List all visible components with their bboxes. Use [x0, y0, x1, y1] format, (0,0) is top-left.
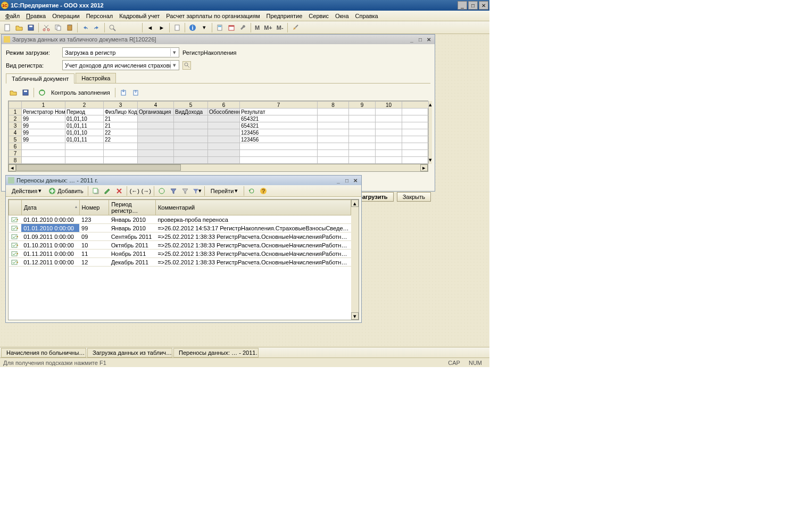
table-row[interactable]: 01.10.2011 0:00:0010Октябрь 2011=>25.02.…: [9, 241, 351, 250]
sheet-cell[interactable]: [138, 157, 174, 164]
sheet-cell[interactable]: [376, 136, 402, 143]
reload-icon[interactable]: [246, 186, 257, 196]
grid-column-header[interactable]: Дата▴: [21, 200, 79, 215]
scroll-left-icon[interactable]: ◂: [9, 164, 16, 171]
sheet-header-cell[interactable]: ОбособленноеПодразделение: [208, 109, 240, 115]
task-transfer[interactable]: Переносы данных: … - 2011…: [173, 348, 259, 358]
nav-fwd-icon[interactable]: ►: [156, 22, 167, 33]
tab-settings[interactable]: Настройка: [76, 73, 116, 83]
col-header[interactable]: 6: [208, 102, 240, 109]
close-button[interactable]: ✕: [479, 1, 488, 10]
sheet-cell[interactable]: 99: [22, 129, 65, 136]
open-icon[interactable]: [14, 22, 24, 33]
sheet-cell[interactable]: 123456: [240, 136, 318, 143]
m-minus-button[interactable]: M-: [275, 24, 285, 31]
sheet-header-cell[interactable]: Период: [65, 109, 104, 115]
sheet-cell[interactable]: [240, 143, 318, 150]
new-icon[interactable]: [2, 22, 13, 33]
col-header[interactable]: 8: [318, 102, 349, 109]
sheet-cell[interactable]: [65, 157, 104, 164]
sheet-header-cell[interactable]: Организация: [138, 109, 174, 115]
sheet-cell[interactable]: 01,01,10: [65, 129, 104, 136]
actions-button[interactable]: Действия▾: [8, 186, 45, 196]
sheet-cell[interactable]: [318, 129, 349, 136]
m-plus-button[interactable]: M+: [262, 24, 274, 31]
col-header[interactable]: 5: [174, 102, 208, 109]
dropdown-icon[interactable]: ▾: [199, 22, 210, 33]
loader-close-button[interactable]: ✕: [425, 36, 433, 43]
menu-enterprise[interactable]: Предприятие: [263, 12, 306, 20]
menu-windows[interactable]: Окна: [332, 12, 352, 20]
table-row[interactable]: 01.01.2010 0:00:00123Январь 2010проверка…: [9, 215, 351, 224]
sheet-cell[interactable]: 01,01,11: [65, 136, 104, 143]
close-loader-button[interactable]: Закрыть: [397, 192, 431, 202]
loader-titlebar[interactable]: Загрузка данных из табличного документа …: [2, 35, 435, 44]
sheet-cell[interactable]: [318, 150, 349, 157]
nav-back-icon[interactable]: ◄: [145, 22, 155, 33]
sheet-cell[interactable]: [349, 122, 376, 129]
lookup-icon[interactable]: [182, 61, 191, 70]
sheet-cell[interactable]: 21: [104, 122, 138, 129]
menu-personnel[interactable]: Персонал: [83, 12, 117, 20]
sheet-cell[interactable]: [208, 136, 240, 143]
col-header[interactable]: 10: [376, 102, 402, 109]
maximize-button[interactable]: □: [468, 1, 478, 10]
sheet-cell[interactable]: [318, 122, 349, 129]
sheet-cell[interactable]: [208, 115, 240, 122]
chevron-down-icon[interactable]: ▾: [170, 61, 178, 69]
menu-edit[interactable]: Правка: [23, 12, 49, 20]
sheet-header-cell[interactable]: [376, 109, 402, 115]
transfer-close-button[interactable]: ✕: [352, 177, 359, 184]
paste-icon[interactable]: [64, 22, 75, 33]
sheet-cell[interactable]: 654321: [240, 122, 318, 129]
clipboard-icon[interactable]: [172, 22, 182, 33]
sheet-cell[interactable]: [376, 129, 402, 136]
sheet-cell[interactable]: [349, 136, 376, 143]
sheet-cell[interactable]: [349, 157, 376, 164]
task-sickleave[interactable]: Начисления по больничны…: [1, 348, 86, 358]
col-header[interactable]: 4: [138, 102, 174, 109]
mode-link[interactable]: РегистрНакопления: [182, 49, 237, 56]
sheet-cell[interactable]: [240, 157, 318, 164]
sheet-cell[interactable]: [349, 129, 376, 136]
copy-icon[interactable]: [53, 22, 63, 33]
sheet-cell[interactable]: [318, 143, 349, 150]
sheet-cell[interactable]: [318, 157, 349, 164]
sheet-cell[interactable]: [22, 157, 65, 164]
minimize-button[interactable]: _: [458, 1, 467, 10]
sheet-header-cell[interactable]: Регистратор Ном: [22, 109, 65, 115]
move-right-icon[interactable]: (→): [141, 186, 152, 196]
sheet-cell[interactable]: [174, 122, 208, 129]
loader-maximize-button[interactable]: □: [417, 36, 424, 43]
sheet-cell[interactable]: 99: [22, 136, 65, 143]
check-fill-button[interactable]: Контроль заполнения: [49, 89, 112, 96]
sheet-cell[interactable]: [376, 150, 402, 157]
sheet-cell[interactable]: 01,01,11: [65, 122, 104, 129]
sheet-header-cell[interactable]: ФизЛицо Код: [104, 109, 138, 115]
sheet-cell[interactable]: [376, 157, 402, 164]
calc-icon[interactable]: [214, 22, 225, 33]
move-left-icon[interactable]: (←): [129, 186, 140, 196]
reg-combo[interactable]: Учет доходов для исчисления страховых▾: [62, 60, 179, 70]
delete-icon[interactable]: [114, 186, 124, 196]
open-file-icon[interactable]: [8, 87, 19, 98]
loader-minimize-button[interactable]: _: [408, 36, 415, 43]
sheet-cell[interactable]: [208, 150, 240, 157]
sheet-cell[interactable]: [174, 150, 208, 157]
edit-icon[interactable]: [102, 186, 113, 196]
info-icon[interactable]: i: [187, 22, 198, 33]
goto-button[interactable]: Перейти▾: [207, 186, 242, 196]
save-icon[interactable]: [26, 22, 36, 33]
sheet-cell[interactable]: 99: [22, 122, 65, 129]
sheet-cell[interactable]: [65, 150, 104, 157]
sheet-cell[interactable]: [376, 122, 402, 129]
sheet-cell[interactable]: 22: [104, 136, 138, 143]
filter-dd-icon[interactable]: ▾: [192, 186, 202, 196]
sheet-header-cell[interactable]: [349, 109, 376, 115]
redo-icon[interactable]: [92, 22, 102, 33]
undo-icon[interactable]: [80, 22, 90, 33]
scroll-down-icon[interactable]: ▾: [429, 156, 432, 164]
sheet-cell[interactable]: [376, 115, 402, 122]
add-copy-icon[interactable]: [90, 186, 101, 196]
sheet-scrollbar-h[interactable]: ◂ ▸: [9, 164, 428, 171]
